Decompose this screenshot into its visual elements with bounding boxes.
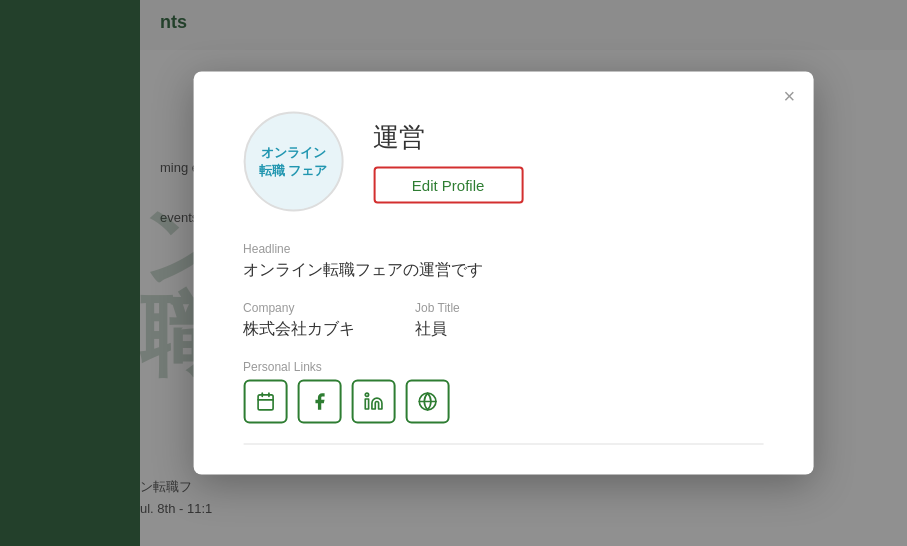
personal-links-label: Personal Links <box>243 360 763 374</box>
avatar-text: オンライン転職 フェア <box>259 143 328 179</box>
personal-links-row <box>243 380 763 424</box>
calendar-icon-button[interactable] <box>243 380 287 424</box>
company-value: 株式会社カブキ <box>243 319 355 340</box>
globe-icon-button[interactable] <box>405 380 449 424</box>
profile-name: 運営 <box>373 120 523 155</box>
svg-point-5 <box>365 393 368 396</box>
edit-profile-button[interactable]: Edit Profile <box>373 167 523 204</box>
close-button[interactable]: × <box>783 86 795 106</box>
modal-divider <box>243 444 763 445</box>
personal-links-section: Personal Links <box>243 360 763 424</box>
job-title-label: Job Title <box>415 301 460 315</box>
profile-info: 運営 Edit Profile <box>373 120 523 204</box>
linkedin-icon-button[interactable] <box>351 380 395 424</box>
profile-modal: × オンライン転職 フェア 運営 Edit Profile Headline オ… <box>193 72 813 475</box>
company-jobtitle-section: Company 株式会社カブキ Job Title 社員 <box>243 301 763 340</box>
facebook-icon-button[interactable] <box>297 380 341 424</box>
headline-section: Headline オンライン転職フェアの運営です <box>243 242 763 281</box>
avatar: オンライン転職 フェア <box>243 112 343 212</box>
company-group: Company 株式会社カブキ <box>243 301 355 340</box>
company-label: Company <box>243 301 355 315</box>
svg-rect-0 <box>258 395 273 410</box>
svg-rect-4 <box>365 399 368 409</box>
headline-label: Headline <box>243 242 763 256</box>
job-title-value: 社員 <box>415 319 460 340</box>
job-title-group: Job Title 社員 <box>415 301 460 340</box>
headline-value: オンライン転職フェアの運営です <box>243 260 763 281</box>
modal-header: オンライン転職 フェア 運営 Edit Profile <box>243 112 763 212</box>
